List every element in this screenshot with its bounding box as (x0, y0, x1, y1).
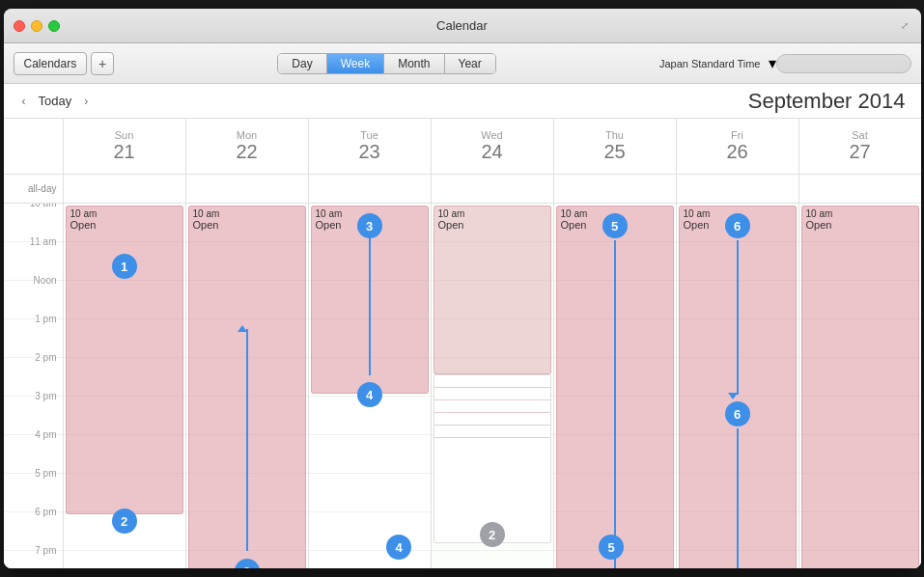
day-col-sun[interactable]: 10 am Open 1 2 (64, 204, 186, 568)
event-wed-top[interactable]: 10 am Open (434, 206, 551, 374)
day-col-fri[interactable]: 10 am Open 6 6 (677, 204, 799, 568)
window-title: Calendar (436, 18, 488, 33)
allday-mon[interactable] (186, 175, 309, 203)
allday-label: all-day (28, 183, 56, 194)
toolbar: Calendars + Day Week Month Year Japan St… (4, 43, 921, 84)
toolbar-left: Calendars + (14, 52, 115, 75)
arrow-5-line (614, 240, 616, 568)
view-day-button[interactable]: Day (278, 54, 326, 73)
allday-fri[interactable] (677, 175, 799, 203)
view-week-button[interactable]: Week (327, 54, 384, 73)
maximize-button[interactable] (48, 20, 60, 32)
timezone-selector[interactable]: Japan Standard Time (659, 58, 761, 69)
close-button[interactable] (14, 20, 25, 32)
annotation-6-mid: 6 (725, 401, 750, 426)
titlebar: Calendar ⤢ (4, 9, 921, 43)
day-col-mon[interactable]: 10 am Open 3 (186, 204, 309, 568)
day-header-fri: Fri 26 (677, 119, 799, 174)
day-col-thu[interactable]: 10 am Open 5 (554, 204, 677, 568)
allday-tue[interactable] (309, 175, 432, 203)
view-month-button[interactable]: Month (384, 54, 444, 73)
view-year-button[interactable]: Year (445, 54, 495, 73)
day-col-wed[interactable]: 10 am Open (432, 204, 554, 568)
event-sun-open[interactable]: 10 am Open (66, 206, 183, 514)
next-week-button[interactable]: › (77, 93, 95, 110)
allday-row: all-day (4, 175, 921, 204)
day-header-sun: Sun 21 (64, 119, 186, 174)
grid-area: Sun 21 Mon 22 Tue 23 Wed 24 (4, 119, 921, 568)
annotation-4-bottom: 4 (386, 535, 411, 560)
day-header-tue: Tue 23 (309, 119, 432, 174)
search-input[interactable] (776, 54, 911, 73)
nav-controls: ‹ Today › (15, 93, 96, 110)
annotation-5-top: 5 (602, 213, 628, 238)
calendars-button[interactable]: Calendars (14, 52, 88, 75)
day-header-wed: Wed 24 (432, 119, 554, 174)
annotation-4-tue: 4 (357, 382, 382, 407)
arrow-3-tue-line (369, 231, 371, 375)
days-grid: 10 am Open 1 2 (64, 204, 921, 568)
week-view: Sun 21 Mon 22 Tue 23 Wed 24 (4, 119, 921, 568)
fullscreen-icon[interactable]: ⤢ (898, 19, 911, 33)
annotation-2-gray: 2 (480, 522, 505, 547)
day-headers: Sun 21 Mon 22 Tue 23 Wed 24 (4, 119, 921, 175)
day-header-sat: Sat 27 (799, 119, 921, 174)
scroll-area[interactable]: 10 am 11 am Noon 1 pm 2 pm 3 pm 4 pm 5 p… (4, 204, 921, 568)
view-switcher: Day Week Month Year (122, 53, 652, 74)
allday-sun[interactable] (64, 175, 186, 203)
arrow-6-top-line (737, 240, 739, 395)
day-col-tue[interactable]: 10 am Open 3 4 (309, 204, 432, 568)
minimize-button[interactable] (31, 20, 42, 32)
nav-bar: ‹ Today › September 2014 (4, 84, 921, 119)
arrow-6-top-head (728, 393, 738, 399)
time-column: 10 am 11 am Noon 1 pm 2 pm 3 pm 4 pm 5 p… (4, 204, 64, 568)
arrow-3-line (246, 329, 248, 551)
calendar-window: Calendar ⤢ Calendars + Day Week Month Ye… (4, 9, 921, 568)
allday-wed[interactable] (432, 175, 554, 203)
annotation-2-sun: 2 (112, 508, 137, 534)
month-title: September 2014 (748, 89, 906, 114)
annotation-3-top: 3 (357, 213, 382, 238)
day-col-sat[interactable]: 10 am Open (799, 204, 921, 568)
add-event-button[interactable]: + (91, 52, 114, 75)
allday-thu[interactable] (554, 175, 677, 203)
annotation-5-bottom: 5 (599, 535, 624, 560)
annotation-1: 1 (112, 254, 137, 279)
event-wed-drag[interactable] (434, 374, 551, 543)
prev-week-button[interactable]: ‹ (15, 93, 33, 110)
toolbar-right: Japan Standard Time ▾ (659, 54, 911, 73)
calendar-body: ‹ Today › September 2014 Sun 21 Mon 22 (4, 84, 921, 568)
today-button[interactable]: Today (39, 94, 72, 108)
arrow-3-head (238, 325, 247, 332)
annotation-6-top: 6 (725, 213, 750, 238)
arrow-6-mid-line (737, 428, 739, 568)
day-header-mon: Mon 22 (186, 119, 309, 174)
event-sat-open[interactable]: 10 am Open (801, 206, 919, 568)
traffic-lights (14, 20, 60, 32)
allday-sat[interactable] (799, 175, 921, 203)
day-header-thu: Thu 25 (554, 119, 677, 174)
